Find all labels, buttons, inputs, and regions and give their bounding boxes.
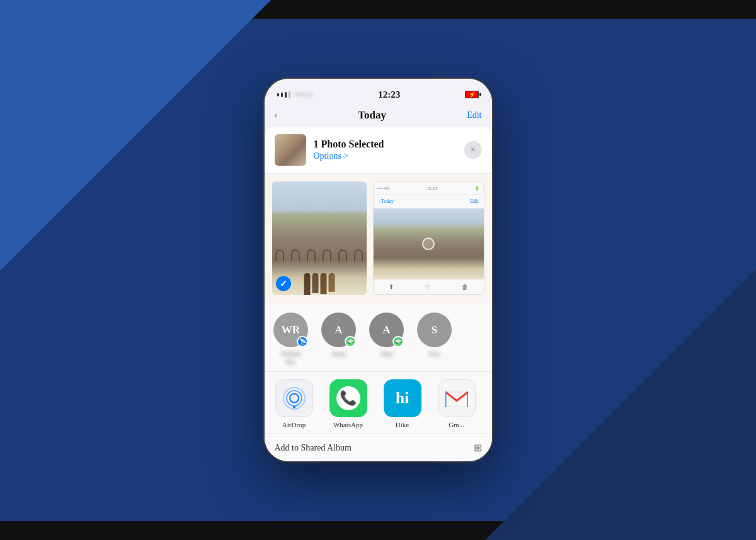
options-button[interactable]: Options > xyxy=(314,151,457,161)
hike-text-icon: hi xyxy=(396,389,410,408)
lightning-icon: ⚡ xyxy=(469,91,476,98)
whatsapp-bubble-icon: 📞 xyxy=(336,386,360,410)
app-label-whatsapp: WhatsApp xyxy=(333,421,363,428)
signal-bar-4 xyxy=(289,91,290,98)
message-badge-icon-2: 💬 xyxy=(396,339,401,344)
message-badge-icon-1: 💬 xyxy=(348,339,353,344)
photos-title: Today xyxy=(358,109,386,122)
mini-back-btn: ‹ Today xyxy=(379,198,394,204)
contact-avatar-s: S xyxy=(417,313,452,347)
mini-header: ‹ Today Edit xyxy=(374,195,484,209)
app-item-gmail[interactable]: Gm... xyxy=(435,379,479,428)
status-right: ⚡ xyxy=(465,91,479,98)
app-label-gmail: Gm... xyxy=(449,421,464,428)
bottom-action-row[interactable]: Add to Shared Album ⊞ xyxy=(265,434,492,461)
contact-name-wr: WilliamRio xyxy=(280,350,301,366)
mini-battery: 🔋 xyxy=(474,186,480,191)
gmail-logo-icon xyxy=(445,389,468,407)
photos-edit-button[interactable]: Edit xyxy=(467,110,481,120)
contact-item-a1[interactable]: A 💬 Anna xyxy=(320,313,358,366)
battery-icon: ⚡ xyxy=(465,91,479,98)
app-icon-gmail xyxy=(438,379,476,417)
mini-heart-icon: ♡ xyxy=(425,284,430,290)
selected-thumbnail xyxy=(275,134,306,166)
contact-name-a1: Anna xyxy=(332,350,346,358)
contact-avatar-wr: WR 📡 xyxy=(273,313,308,347)
contact-name-s: Sara xyxy=(429,350,440,358)
app-icon-hike: hi xyxy=(384,379,421,417)
app-item-whatsapp[interactable]: 📞 WhatsApp xyxy=(326,379,370,428)
photos-back-button[interactable]: ‹ xyxy=(275,110,278,120)
app-label-airdrop: AirDrop xyxy=(282,421,306,428)
stack-icon: ⊞ xyxy=(474,442,482,454)
arch-row xyxy=(272,250,367,261)
mini-toolbar: ⬆ ♡ 🗑 xyxy=(374,279,484,294)
contact-badge-airdrop: 📡 xyxy=(297,336,308,347)
carrier-text: ••••• •• xyxy=(295,91,313,98)
signal-bar-3 xyxy=(285,92,287,98)
signal-bar-1 xyxy=(277,93,279,96)
contact-badge-message-1: 💬 xyxy=(345,336,356,347)
arch-3 xyxy=(307,250,316,261)
arch-5 xyxy=(338,250,347,261)
arch-6 xyxy=(354,250,363,261)
app-icon-airdrop xyxy=(275,379,313,417)
airdrop-rings-icon xyxy=(283,387,306,410)
contact-item-s[interactable]: S Sara xyxy=(416,313,454,366)
mini-device-preview: •••• 4G 12:23 🔋 ‹ Today Edit ⬆ ♡ 🗑 xyxy=(373,181,484,295)
selected-count: 1 Photo Selected xyxy=(314,139,457,150)
share-sheet: 1 Photo Selected Options > × xyxy=(265,127,492,461)
contact-avatar-a1: A 💬 xyxy=(321,313,356,347)
contact-initials-s: S xyxy=(432,324,437,336)
selected-info: 1 Photo Selected Options > xyxy=(314,139,457,161)
app-label-hike: Hike xyxy=(396,421,409,428)
mini-carrier: •••• 4G xyxy=(377,186,390,191)
arch-4 xyxy=(323,250,331,261)
signal-bar-2 xyxy=(281,93,283,97)
contact-initials-a1: A xyxy=(335,324,342,336)
status-time: 12:23 xyxy=(378,89,400,100)
person-4 xyxy=(328,273,335,292)
contact-item-wr[interactable]: WR 📡 WilliamRio xyxy=(272,313,310,366)
airdrop-center-dot xyxy=(293,406,295,408)
contact-badge-message-2: 💬 xyxy=(392,336,404,347)
bg-triangle-topleft xyxy=(0,0,271,271)
main-photo[interactable]: ✓ xyxy=(272,181,367,295)
mini-time: 12:23 xyxy=(427,186,437,191)
mini-share-icon: ⬆ xyxy=(389,284,394,290)
contact-name-a2: Alan xyxy=(381,350,392,358)
arch-1 xyxy=(275,250,284,261)
person-2 xyxy=(312,273,318,293)
photo-preview-area: ✓ •••• 4G 12:23 🔋 ‹ Today Edit xyxy=(265,174,492,302)
contacts-row: WR 📡 WilliamRio A 💬 Anna xyxy=(265,302,492,372)
mini-trash-icon: 🗑 xyxy=(462,284,468,290)
people-silhouette xyxy=(304,273,335,295)
contact-avatar-a2: A 💬 xyxy=(369,313,404,347)
bg-triangle-bottomright xyxy=(485,269,756,540)
arch-2 xyxy=(291,250,300,261)
app-item-hike[interactable]: hi Hike xyxy=(381,379,425,428)
thumbnail-image xyxy=(275,134,306,166)
contact-initials-a2: A xyxy=(382,324,390,336)
selected-badge: ✓ xyxy=(276,276,291,291)
apps-row: AirDrop 📞 WhatsApp hi Hike xyxy=(265,372,492,434)
whatsapp-phone-icon: 📞 xyxy=(340,390,357,406)
contact-item-a2[interactable]: A 💬 Alan xyxy=(368,313,406,366)
status-bar: ••••• •• 12:23 ⚡ xyxy=(265,79,492,106)
mini-circle-button xyxy=(422,238,435,250)
airdrop-inner-ring xyxy=(289,393,299,403)
mini-status-bar: •••• 4G 12:23 🔋 xyxy=(374,182,484,195)
checkmark-icon: ✓ xyxy=(280,279,287,289)
close-button[interactable]: × xyxy=(464,141,482,159)
mini-edit-btn: Edit xyxy=(470,198,478,204)
app-icon-whatsapp: 📞 xyxy=(329,379,367,417)
mini-photo xyxy=(374,209,484,279)
app-item-airdrop[interactable]: AirDrop xyxy=(272,379,316,428)
add-to-album-label: Add to Shared Album xyxy=(275,443,352,453)
status-left: ••••• •• xyxy=(277,91,313,98)
person-1 xyxy=(304,273,310,295)
selected-header: 1 Photo Selected Options > × xyxy=(265,127,492,174)
contact-initials-wr: WR xyxy=(282,324,300,336)
close-icon: × xyxy=(471,146,476,154)
person-3 xyxy=(320,273,326,294)
